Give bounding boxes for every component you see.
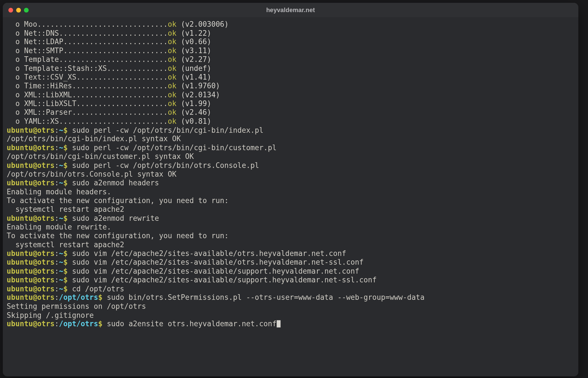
cursor-icon [277,320,280,328]
titlebar: heyvaldemar.net [3,3,578,17]
traffic-lights [8,8,29,12]
terminal-window: heyvaldemar.net o Moo...................… [3,3,578,376]
zoom-icon[interactable] [24,8,29,12]
window-title: heyvaldemar.net [3,6,578,14]
terminal-output[interactable]: o Moo..............................ok (v… [3,17,578,376]
close-icon[interactable] [8,8,13,12]
minimize-icon[interactable] [16,8,21,12]
